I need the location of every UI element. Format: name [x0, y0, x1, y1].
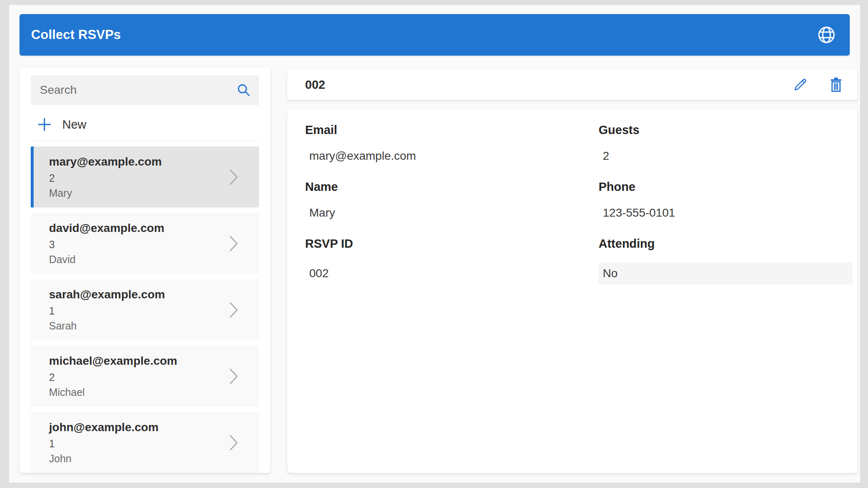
- field-label: Phone: [599, 180, 853, 194]
- rsvp-list: mary@example.com 2 Mary david@example.co…: [31, 146, 259, 473]
- search-icon[interactable]: [237, 83, 251, 97]
- chevron-right-icon[interactable]: [229, 434, 238, 451]
- list-item-name: David: [49, 254, 259, 266]
- list-item-email: sarah@example.com: [49, 288, 259, 301]
- globe-button[interactable]: [815, 23, 838, 46]
- pencil-icon: [792, 77, 808, 93]
- detail-header: 002: [287, 69, 858, 100]
- app-header: Collect RSVPs: [20, 14, 850, 56]
- list-item-sarah[interactable]: sarah@example.com 1 Sarah: [31, 279, 259, 340]
- field-label: Name: [305, 180, 599, 194]
- detail-form: Email mary@example.com Guests 2 Name Mar…: [305, 123, 853, 285]
- field-value: 123-555-0101: [599, 205, 853, 220]
- field-label: Attending: [599, 237, 853, 251]
- list-item-name: Mary: [49, 187, 259, 199]
- field-attending: Attending No: [599, 237, 853, 285]
- panel-divider: [31, 141, 259, 141]
- list-item-guests: 3: [49, 239, 259, 251]
- edit-button[interactable]: [791, 76, 809, 94]
- list-item-name: John: [49, 453, 259, 465]
- chevron-right-icon[interactable]: [229, 169, 238, 185]
- delete-button[interactable]: [827, 76, 845, 94]
- field-value: 002: [305, 262, 599, 285]
- list-item-guests: 2: [49, 371, 259, 383]
- list-item-john[interactable]: john@example.com 1 John: [31, 412, 259, 473]
- list-item-mary[interactable]: mary@example.com 2 Mary: [31, 146, 259, 207]
- app-title: Collect RSVPs: [31, 27, 121, 42]
- list-item-guests: 1: [49, 305, 259, 317]
- search-input[interactable]: [39, 83, 237, 97]
- list-item-michael[interactable]: michael@example.com 2 Michael: [31, 346, 259, 407]
- field-guests: Guests 2: [599, 123, 853, 163]
- field-phone: Phone 123-555-0101: [599, 180, 853, 220]
- list-item-email: mary@example.com: [49, 155, 259, 168]
- detail-title: 002: [305, 78, 325, 92]
- chevron-right-icon[interactable]: [229, 302, 238, 318]
- chevron-right-icon[interactable]: [229, 235, 238, 252]
- field-label: Email: [305, 123, 599, 137]
- field-label: Guests: [599, 123, 853, 137]
- list-item-guests: 2: [49, 172, 259, 184]
- list-item-email: john@example.com: [49, 421, 259, 434]
- field-name: Name Mary: [305, 180, 599, 220]
- globe-icon: [817, 25, 836, 44]
- list-item-david[interactable]: david@example.com 3 David: [31, 213, 259, 274]
- field-email: Email mary@example.com: [305, 123, 599, 163]
- field-rsvp-id: RSVP ID 002: [305, 237, 599, 285]
- detail-actions: [791, 76, 845, 94]
- field-value: 2: [599, 149, 853, 163]
- plus-icon: [37, 117, 51, 132]
- search-box[interactable]: [31, 75, 259, 105]
- new-record-label: New: [62, 118, 86, 132]
- app-canvas: Collect RSVPs: [9, 5, 860, 483]
- field-label: RSVP ID: [305, 237, 599, 251]
- field-value-highlighted: No: [599, 262, 853, 285]
- detail-card: Email mary@example.com Guests 2 Name Mar…: [287, 109, 858, 473]
- list-item-name: Michael: [49, 386, 259, 398]
- trash-icon: [828, 76, 844, 93]
- list-item-guests: 1: [49, 438, 259, 450]
- chevron-right-icon[interactable]: [229, 368, 238, 385]
- list-item-email: david@example.com: [49, 222, 259, 235]
- field-value: mary@example.com: [305, 149, 599, 163]
- list-item-email: michael@example.com: [49, 354, 259, 368]
- field-value: Mary: [305, 205, 599, 220]
- rsvp-list-panel: New mary@example.com 2 Mary david@exampl…: [20, 68, 270, 473]
- list-item-name: Sarah: [49, 320, 259, 332]
- new-record-button[interactable]: New: [31, 111, 259, 138]
